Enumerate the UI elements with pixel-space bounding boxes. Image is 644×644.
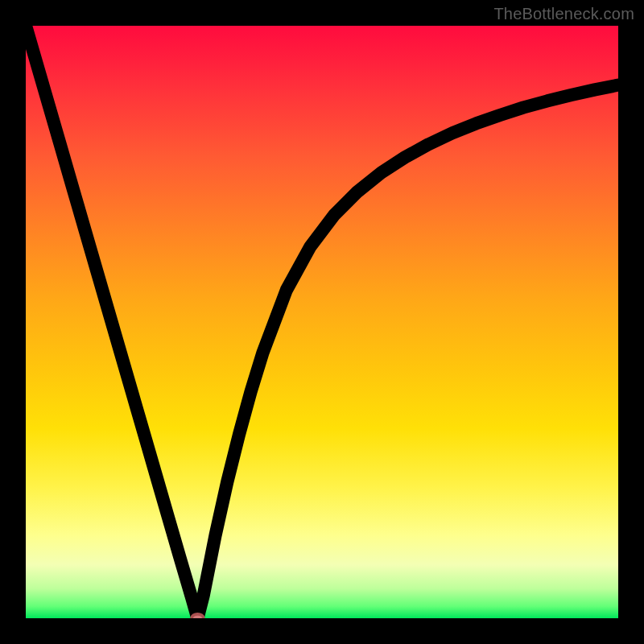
bottleneck-curve — [26, 26, 618, 618]
chart-frame: TheBottleneck.com — [0, 0, 644, 644]
watermark-text: TheBottleneck.com — [493, 5, 634, 23]
plot-area — [26, 26, 618, 618]
optimum-marker — [192, 614, 204, 618]
plot-svg — [26, 26, 618, 618]
